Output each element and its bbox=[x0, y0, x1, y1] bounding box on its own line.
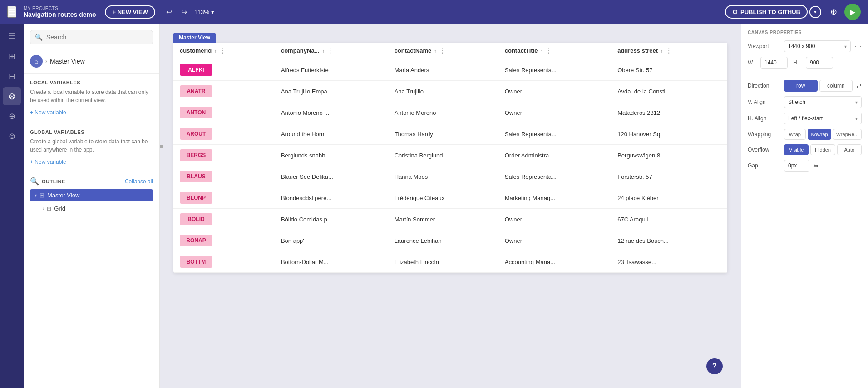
customer-id-badge-6: BLONP bbox=[180, 192, 212, 204]
customer-id-badge-1: ANATR bbox=[180, 85, 212, 97]
sort-icon-customerId[interactable]: ↑ bbox=[214, 48, 217, 54]
h-align-select[interactable]: Left / flex-start ▾ bbox=[784, 113, 862, 124]
gap-row: Gap ⇔ bbox=[748, 160, 862, 172]
cell-company-6: Blondesddsl père... bbox=[275, 187, 388, 209]
nowrap-button[interactable]: Nowrap bbox=[808, 129, 831, 140]
zoom-level: 113% bbox=[194, 9, 209, 15]
viewport-select[interactable]: 1440 x 900 ▾ bbox=[784, 40, 851, 52]
sidebar-icon-variables[interactable]: ⊛ bbox=[3, 87, 21, 105]
table-row: ALFKI Alfreds Futterkiste Maria Anders S… bbox=[173, 59, 727, 81]
undo-button[interactable]: ↩ bbox=[164, 6, 174, 18]
local-variables-desc: Create a local variable to store data th… bbox=[30, 88, 153, 104]
w-input[interactable] bbox=[760, 57, 788, 69]
data-table: customerId ↑ ⋮ companyNa... ↑ ⋮ bbox=[173, 43, 727, 273]
overflow-auto-button[interactable]: Auto bbox=[837, 144, 862, 155]
cell-title-2: Owner bbox=[498, 102, 611, 123]
topbar: ☰ MY PROJECTS Navigation routes demo + N… bbox=[0, 0, 868, 24]
overflow-btn-group: Visible Hidden Auto bbox=[784, 144, 862, 155]
col-menu-contactTitle[interactable]: ⋮ bbox=[546, 48, 551, 54]
cell-address-0: Obere Str. 57 bbox=[611, 59, 727, 81]
table-row: BOLID Bólido Comidas p... Martín Sommer … bbox=[173, 209, 727, 230]
wrap-button[interactable]: Wrap bbox=[784, 129, 806, 140]
sidebar-icon-history[interactable]: ⊜ bbox=[3, 127, 21, 145]
cell-customerId-7: BOLID bbox=[173, 209, 275, 230]
overflow-label: Overflow bbox=[748, 147, 780, 153]
h-input[interactable] bbox=[806, 57, 833, 69]
publish-button[interactable]: ⊙ PUBLISH TO GITHUB bbox=[725, 5, 808, 19]
zoom-control[interactable]: 113% ▾ bbox=[194, 9, 214, 15]
table-row: BLAUS Blauer See Delika... Hanna Moos Sa… bbox=[173, 166, 727, 187]
overflow-visible-button[interactable]: Visible bbox=[784, 144, 809, 155]
cell-customerId-1: ANATR bbox=[173, 81, 275, 102]
sidebar-icon-menu[interactable]: ☰ bbox=[3, 27, 21, 45]
col-menu-companyName[interactable]: ⋮ bbox=[327, 48, 333, 54]
publish-caret-button[interactable]: ▾ bbox=[809, 6, 821, 18]
wrapre-button[interactable]: WrapRe... bbox=[833, 129, 862, 140]
direction-row-button[interactable]: row bbox=[784, 80, 818, 92]
play-button[interactable]: ▶ bbox=[844, 4, 861, 20]
gap-link-button[interactable]: ⇔ bbox=[813, 162, 819, 169]
v-align-row: V. Align Stretch ▾ bbox=[748, 96, 862, 108]
outline-grid-item[interactable]: › ⊞ Grid bbox=[30, 203, 153, 214]
v-align-select[interactable]: Stretch ▾ bbox=[784, 96, 862, 108]
search-box: 🔍 bbox=[30, 30, 153, 44]
rp-divider-1 bbox=[748, 74, 862, 74]
v-align-arrow-icon: ▾ bbox=[855, 100, 858, 105]
master-view-nav[interactable]: ⌂ › Master View bbox=[24, 49, 159, 74]
w-label: W bbox=[748, 59, 755, 66]
gap-input[interactable] bbox=[784, 160, 809, 172]
sort-icon-addressStreet[interactable]: ↑ bbox=[661, 48, 663, 54]
col-menu-contactName[interactable]: ⋮ bbox=[439, 48, 445, 54]
sort-icon-companyName[interactable]: ↑ bbox=[322, 48, 325, 54]
new-global-variable-link[interactable]: + New variable bbox=[30, 159, 66, 165]
cell-title-0: Sales Representa... bbox=[498, 59, 611, 81]
wh-row: W H bbox=[748, 57, 862, 69]
outline-master-view-item[interactable]: ▾ ⊞ Master View bbox=[30, 189, 153, 201]
gap-input-row: ⇔ bbox=[784, 160, 819, 172]
sidebar-icon-components[interactable]: ⊞ bbox=[3, 47, 21, 65]
direction-row: Direction row column ⇄ bbox=[748, 80, 862, 92]
wrapping-label: Wrapping bbox=[748, 131, 780, 138]
cell-contact-9: Elizabeth Lincoln bbox=[388, 251, 498, 273]
cell-company-9: Bottom-Dollar M... bbox=[275, 251, 388, 273]
cell-title-7: Owner bbox=[498, 209, 611, 230]
viewport-value: 1440 x 900 bbox=[788, 43, 815, 49]
viewport-arrow-icon: ▾ bbox=[844, 44, 847, 49]
sidebar-icon-plugins[interactable]: ⊕ bbox=[3, 107, 21, 125]
new-local-variable-link[interactable]: + New variable bbox=[30, 109, 66, 116]
customer-id-badge-2: ANTON bbox=[180, 107, 212, 118]
col-addressStreet-label: address street bbox=[617, 47, 658, 54]
sidebar-icon-data[interactable]: ⊟ bbox=[3, 67, 21, 85]
cell-customerId-3: AROUT bbox=[173, 123, 275, 145]
direction-column-button[interactable]: column bbox=[819, 80, 853, 92]
redo-button[interactable]: ↪ bbox=[179, 6, 189, 18]
col-menu-customerId[interactable]: ⋮ bbox=[220, 48, 225, 54]
new-view-button[interactable]: + NEW VIEW bbox=[105, 5, 155, 19]
h-align-value: Left / flex-start bbox=[788, 115, 823, 122]
search-input[interactable] bbox=[46, 34, 148, 41]
col-menu-addressStreet[interactable]: ⋮ bbox=[666, 48, 671, 54]
menu-icon[interactable]: ☰ bbox=[7, 6, 16, 18]
outline-collapse-link[interactable]: Collapse all bbox=[125, 178, 153, 185]
share-button[interactable]: ⊕ bbox=[830, 7, 837, 17]
col-header-customerId: customerId ↑ ⋮ bbox=[173, 43, 275, 59]
sort-icon-contactTitle[interactable]: ↑ bbox=[540, 48, 543, 54]
left-panel: 🔍 ⌂ › Master View LOCAL VARIABLES Create… bbox=[24, 24, 160, 388]
github-icon: ⊙ bbox=[732, 8, 738, 15]
master-view-nav-label: Master View bbox=[50, 58, 85, 65]
direction-swap-button[interactable]: ⇄ bbox=[856, 82, 862, 89]
cell-customerId-4: BERGS bbox=[173, 145, 275, 166]
gap-label: Gap bbox=[748, 162, 780, 169]
v-align-value: Stretch bbox=[788, 99, 805, 105]
table-row: ANTON Antonio Moreno ... Antonio Moreno … bbox=[173, 102, 727, 123]
sort-icon-contactName[interactable]: ↑ bbox=[434, 48, 437, 54]
help-button[interactable]: ? bbox=[706, 358, 723, 374]
master-view-label-tag: Master View bbox=[173, 33, 216, 43]
v-align-label: V. Align bbox=[748, 99, 780, 105]
outline-title-row: 🔍 OUTLINE bbox=[30, 177, 65, 186]
viewport-more-button[interactable]: ⋯ bbox=[854, 43, 862, 50]
global-variables-desc: Create a global variable to store data t… bbox=[30, 138, 153, 154]
wrapping-row: Wrapping Wrap Nowrap WrapRe... bbox=[748, 129, 862, 140]
overflow-row: Overflow Visible Hidden Auto bbox=[748, 144, 862, 155]
overflow-hidden-button[interactable]: Hidden bbox=[810, 144, 835, 155]
